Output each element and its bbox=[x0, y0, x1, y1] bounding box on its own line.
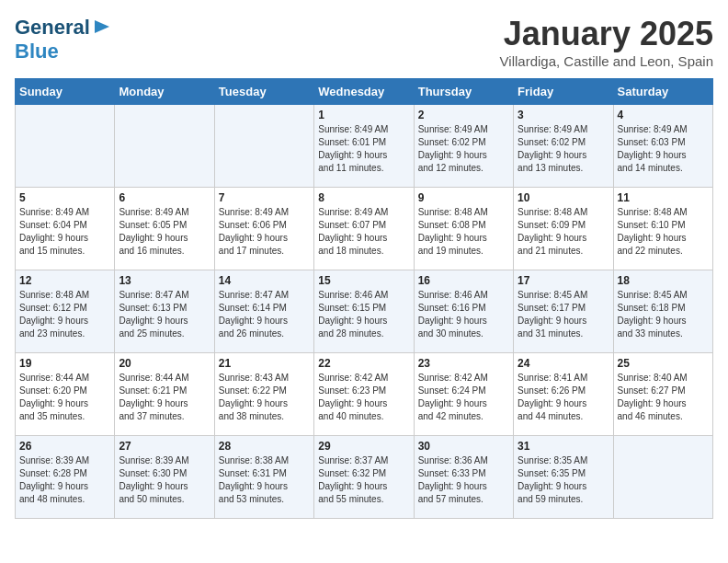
title-block: January 2025 Villardiga, Castille and Le… bbox=[500, 15, 713, 69]
calendar-cell bbox=[16, 105, 115, 188]
day-number: 12 bbox=[19, 274, 110, 287]
day-info: Sunrise: 8:45 AM Sunset: 6:17 PM Dayligh… bbox=[518, 289, 609, 340]
day-info: Sunrise: 8:49 AM Sunset: 6:07 PM Dayligh… bbox=[318, 206, 409, 258]
day-number: 14 bbox=[219, 274, 310, 287]
day-number: 25 bbox=[618, 357, 709, 370]
logo: General Blue bbox=[15, 15, 113, 63]
calendar-cell: 24Sunrise: 8:41 AM Sunset: 6:26 PM Dayli… bbox=[514, 353, 613, 436]
calendar-cell: 16Sunrise: 8:46 AM Sunset: 6:16 PM Dayli… bbox=[414, 270, 513, 353]
calendar-cell: 2Sunrise: 8:49 AM Sunset: 6:02 PM Daylig… bbox=[414, 105, 513, 188]
day-number: 29 bbox=[318, 440, 409, 453]
calendar-cell: 1Sunrise: 8:49 AM Sunset: 6:01 PM Daylig… bbox=[314, 105, 414, 188]
calendar-cell: 18Sunrise: 8:45 AM Sunset: 6:18 PM Dayli… bbox=[613, 270, 712, 353]
day-info: Sunrise: 8:48 AM Sunset: 6:10 PM Dayligh… bbox=[618, 206, 709, 258]
day-number: 17 bbox=[518, 274, 609, 287]
calendar-cell: 26Sunrise: 8:39 AM Sunset: 6:28 PM Dayli… bbox=[16, 436, 115, 519]
day-number: 16 bbox=[418, 274, 509, 287]
svg-marker-0 bbox=[95, 20, 109, 33]
calendar-cell: 28Sunrise: 8:38 AM Sunset: 6:31 PM Dayli… bbox=[214, 436, 313, 519]
calendar-cell: 22Sunrise: 8:42 AM Sunset: 6:23 PM Dayli… bbox=[314, 353, 414, 436]
calendar-week-row: 1Sunrise: 8:49 AM Sunset: 6:01 PM Daylig… bbox=[16, 105, 713, 188]
day-info: Sunrise: 8:46 AM Sunset: 6:15 PM Dayligh… bbox=[318, 289, 409, 340]
day-info: Sunrise: 8:49 AM Sunset: 6:05 PM Dayligh… bbox=[119, 206, 210, 258]
day-number: 21 bbox=[219, 357, 310, 370]
calendar-cell: 3Sunrise: 8:49 AM Sunset: 6:02 PM Daylig… bbox=[514, 105, 613, 188]
day-number: 15 bbox=[318, 274, 409, 287]
weekday-header: Monday bbox=[115, 79, 214, 105]
day-info: Sunrise: 8:39 AM Sunset: 6:30 PM Dayligh… bbox=[119, 454, 210, 506]
day-info: Sunrise: 8:39 AM Sunset: 6:28 PM Dayligh… bbox=[19, 454, 110, 506]
day-number: 8 bbox=[318, 191, 409, 204]
day-number: 2 bbox=[418, 109, 509, 121]
day-info: Sunrise: 8:36 AM Sunset: 6:33 PM Dayligh… bbox=[418, 454, 509, 506]
day-number: 6 bbox=[119, 191, 210, 204]
calendar-cell: 23Sunrise: 8:42 AM Sunset: 6:24 PM Dayli… bbox=[414, 353, 513, 436]
day-number: 11 bbox=[618, 191, 709, 204]
day-number: 20 bbox=[119, 357, 210, 370]
day-info: Sunrise: 8:48 AM Sunset: 6:09 PM Dayligh… bbox=[518, 206, 609, 258]
day-number: 5 bbox=[19, 191, 110, 204]
day-number: 27 bbox=[119, 440, 210, 453]
calendar-week-row: 12Sunrise: 8:48 AM Sunset: 6:12 PM Dayli… bbox=[16, 270, 713, 353]
day-number: 19 bbox=[19, 357, 110, 370]
day-info: Sunrise: 8:47 AM Sunset: 6:14 PM Dayligh… bbox=[219, 289, 310, 340]
calendar-cell: 12Sunrise: 8:48 AM Sunset: 6:12 PM Dayli… bbox=[16, 270, 115, 353]
calendar-cell: 13Sunrise: 8:47 AM Sunset: 6:13 PM Dayli… bbox=[115, 270, 214, 353]
weekday-header: Tuesday bbox=[214, 79, 313, 105]
calendar-cell: 17Sunrise: 8:45 AM Sunset: 6:17 PM Dayli… bbox=[514, 270, 613, 353]
day-number: 1 bbox=[318, 109, 409, 121]
day-info: Sunrise: 8:37 AM Sunset: 6:32 PM Dayligh… bbox=[318, 454, 409, 506]
calendar-cell: 29Sunrise: 8:37 AM Sunset: 6:32 PM Dayli… bbox=[314, 436, 414, 519]
calendar-cell: 6Sunrise: 8:49 AM Sunset: 6:05 PM Daylig… bbox=[115, 188, 214, 270]
day-info: Sunrise: 8:49 AM Sunset: 6:04 PM Dayligh… bbox=[19, 206, 110, 258]
weekday-header: Thursday bbox=[414, 79, 513, 105]
calendar-cell bbox=[214, 105, 313, 188]
day-number: 9 bbox=[418, 191, 509, 204]
day-number: 10 bbox=[518, 191, 609, 204]
day-number: 13 bbox=[119, 274, 210, 287]
calendar-cell: 19Sunrise: 8:44 AM Sunset: 6:20 PM Dayli… bbox=[16, 353, 115, 436]
calendar-cell: 10Sunrise: 8:48 AM Sunset: 6:09 PM Dayli… bbox=[514, 188, 613, 270]
calendar-cell: 20Sunrise: 8:44 AM Sunset: 6:21 PM Dayli… bbox=[115, 353, 214, 436]
calendar-cell bbox=[115, 105, 214, 188]
calendar-cell: 21Sunrise: 8:43 AM Sunset: 6:22 PM Dayli… bbox=[214, 353, 313, 436]
weekday-header: Saturday bbox=[613, 79, 712, 105]
calendar-week-row: 19Sunrise: 8:44 AM Sunset: 6:20 PM Dayli… bbox=[16, 353, 713, 436]
day-info: Sunrise: 8:42 AM Sunset: 6:23 PM Dayligh… bbox=[318, 372, 409, 423]
calendar-week-row: 26Sunrise: 8:39 AM Sunset: 6:28 PM Dayli… bbox=[16, 436, 713, 519]
day-info: Sunrise: 8:40 AM Sunset: 6:27 PM Dayligh… bbox=[618, 372, 709, 423]
calendar-cell: 27Sunrise: 8:39 AM Sunset: 6:30 PM Dayli… bbox=[115, 436, 214, 519]
day-info: Sunrise: 8:48 AM Sunset: 6:12 PM Dayligh… bbox=[19, 289, 110, 340]
day-info: Sunrise: 8:48 AM Sunset: 6:08 PM Dayligh… bbox=[418, 206, 509, 258]
calendar-cell: 7Sunrise: 8:49 AM Sunset: 6:06 PM Daylig… bbox=[214, 188, 313, 270]
calendar-body: 1Sunrise: 8:49 AM Sunset: 6:01 PM Daylig… bbox=[16, 105, 713, 519]
day-info: Sunrise: 8:49 AM Sunset: 6:06 PM Dayligh… bbox=[219, 206, 310, 258]
day-info: Sunrise: 8:41 AM Sunset: 6:26 PM Dayligh… bbox=[518, 372, 609, 423]
location: Villardiga, Castille and Leon, Spain bbox=[500, 53, 713, 69]
calendar-cell bbox=[613, 436, 712, 519]
day-info: Sunrise: 8:46 AM Sunset: 6:16 PM Dayligh… bbox=[418, 289, 509, 340]
day-info: Sunrise: 8:38 AM Sunset: 6:31 PM Dayligh… bbox=[219, 454, 310, 506]
day-info: Sunrise: 8:47 AM Sunset: 6:13 PM Dayligh… bbox=[119, 289, 210, 340]
day-number: 31 bbox=[518, 440, 609, 453]
calendar-cell: 25Sunrise: 8:40 AM Sunset: 6:27 PM Dayli… bbox=[613, 353, 712, 436]
calendar-cell: 9Sunrise: 8:48 AM Sunset: 6:08 PM Daylig… bbox=[414, 188, 513, 270]
day-info: Sunrise: 8:44 AM Sunset: 6:20 PM Dayligh… bbox=[19, 372, 110, 423]
calendar-table: SundayMondayTuesdayWednesdayThursdayFrid… bbox=[15, 78, 713, 519]
calendar-cell: 30Sunrise: 8:36 AM Sunset: 6:33 PM Dayli… bbox=[414, 436, 513, 519]
weekday-header: Friday bbox=[514, 79, 613, 105]
logo-general: General bbox=[15, 17, 90, 39]
day-info: Sunrise: 8:49 AM Sunset: 6:03 PM Dayligh… bbox=[618, 123, 709, 175]
day-number: 3 bbox=[518, 109, 609, 121]
day-number: 30 bbox=[418, 440, 509, 453]
day-number: 7 bbox=[219, 191, 310, 204]
calendar-cell: 15Sunrise: 8:46 AM Sunset: 6:15 PM Dayli… bbox=[314, 270, 414, 353]
calendar-cell: 31Sunrise: 8:35 AM Sunset: 6:35 PM Dayli… bbox=[514, 436, 613, 519]
calendar-cell: 4Sunrise: 8:49 AM Sunset: 6:03 PM Daylig… bbox=[613, 105, 712, 188]
calendar-cell: 14Sunrise: 8:47 AM Sunset: 6:14 PM Dayli… bbox=[214, 270, 313, 353]
page-header: General Blue January 2025 Villardiga, Ca… bbox=[15, 15, 713, 69]
day-number: 23 bbox=[418, 357, 509, 370]
day-number: 24 bbox=[518, 357, 609, 370]
calendar-header: SundayMondayTuesdayWednesdayThursdayFrid… bbox=[16, 79, 713, 105]
day-info: Sunrise: 8:49 AM Sunset: 6:02 PM Dayligh… bbox=[518, 123, 609, 175]
